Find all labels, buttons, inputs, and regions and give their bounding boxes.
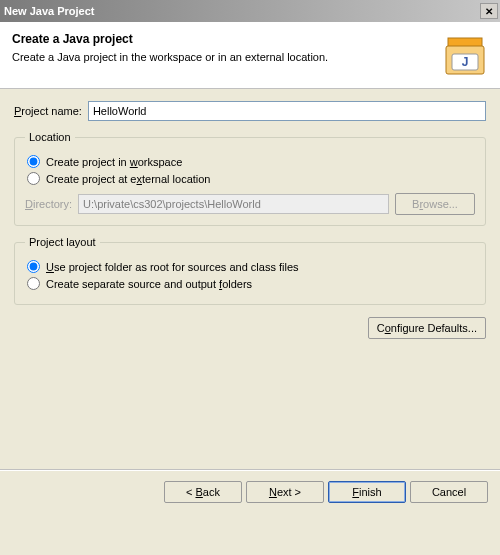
location-workspace-row: Create project in workspace [25, 155, 475, 168]
back-button[interactable]: < Back [164, 481, 242, 503]
location-group: Location Create project in workspace Cre… [14, 131, 486, 226]
configure-defaults-button[interactable]: Configure Defaults... [368, 317, 486, 339]
location-legend: Location [25, 131, 75, 143]
window-title: New Java Project [4, 5, 95, 17]
project-name-label: Project name: [14, 105, 82, 117]
project-layout-legend: Project layout [25, 236, 100, 248]
wizard-footer: < Back Next > Finish Cancel [0, 471, 500, 513]
layout-separate-radio[interactable] [27, 277, 40, 290]
layout-root-radio[interactable] [27, 260, 40, 273]
java-project-icon: J [442, 32, 488, 78]
layout-root-row: Use project folder as root for sources a… [25, 260, 475, 273]
location-workspace-label: Create project in workspace [46, 156, 182, 168]
layout-separate-row: Create separate source and output folder… [25, 277, 475, 290]
close-icon: ✕ [485, 6, 493, 17]
project-name-input[interactable] [88, 101, 486, 121]
header-text: Create a Java project Create a Java proj… [12, 32, 434, 63]
location-external-label: Create project at external location [46, 173, 211, 185]
layout-root-label: Use project folder as root for sources a… [46, 261, 299, 273]
configure-row: Configure Defaults... [0, 315, 500, 339]
location-external-radio[interactable] [27, 172, 40, 185]
next-button[interactable]: Next > [246, 481, 324, 503]
svg-text:J: J [462, 55, 469, 69]
header-title: Create a Java project [12, 32, 434, 46]
cancel-button[interactable]: Cancel [410, 481, 488, 503]
wizard-content: Project name: Location Create project in… [0, 89, 500, 305]
browse-button: Browse... [395, 193, 475, 215]
wizard-header: Create a Java project Create a Java proj… [0, 22, 500, 89]
layout-separate-label: Create separate source and output folder… [46, 278, 252, 290]
directory-label: Directory: [25, 198, 72, 210]
finish-button[interactable]: Finish [328, 481, 406, 503]
directory-row: Directory: Browse... [25, 193, 475, 215]
location-external-row: Create project at external location [25, 172, 475, 185]
project-name-row: Project name: [14, 101, 486, 121]
header-description: Create a Java project in the workspace o… [12, 51, 434, 63]
location-workspace-radio[interactable] [27, 155, 40, 168]
project-layout-group: Project layout Use project folder as roo… [14, 236, 486, 305]
title-bar: New Java Project ✕ [0, 0, 500, 22]
close-button[interactable]: ✕ [480, 3, 498, 19]
directory-input [78, 194, 389, 214]
